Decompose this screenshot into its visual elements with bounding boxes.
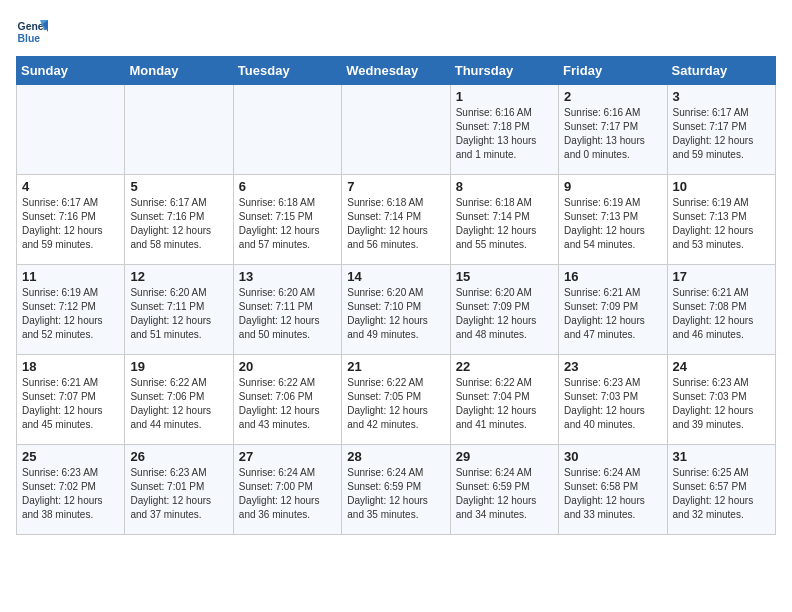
calendar-cell: 20Sunrise: 6:22 AM Sunset: 7:06 PM Dayli… <box>233 355 341 445</box>
day-number: 24 <box>673 359 770 374</box>
day-info: Sunrise: 6:22 AM Sunset: 7:06 PM Dayligh… <box>130 376 227 432</box>
calendar-cell: 4Sunrise: 6:17 AM Sunset: 7:16 PM Daylig… <box>17 175 125 265</box>
calendar-week-row: 4Sunrise: 6:17 AM Sunset: 7:16 PM Daylig… <box>17 175 776 265</box>
day-info: Sunrise: 6:19 AM Sunset: 7:13 PM Dayligh… <box>673 196 770 252</box>
day-info: Sunrise: 6:17 AM Sunset: 7:16 PM Dayligh… <box>22 196 119 252</box>
calendar-cell <box>342 85 450 175</box>
day-number: 28 <box>347 449 444 464</box>
day-info: Sunrise: 6:20 AM Sunset: 7:09 PM Dayligh… <box>456 286 553 342</box>
day-info: Sunrise: 6:23 AM Sunset: 7:02 PM Dayligh… <box>22 466 119 522</box>
day-info: Sunrise: 6:23 AM Sunset: 7:01 PM Dayligh… <box>130 466 227 522</box>
calendar-cell: 10Sunrise: 6:19 AM Sunset: 7:13 PM Dayli… <box>667 175 775 265</box>
weekday-header-tuesday: Tuesday <box>233 57 341 85</box>
day-info: Sunrise: 6:24 AM Sunset: 7:00 PM Dayligh… <box>239 466 336 522</box>
weekday-header-thursday: Thursday <box>450 57 558 85</box>
day-number: 21 <box>347 359 444 374</box>
day-info: Sunrise: 6:24 AM Sunset: 6:59 PM Dayligh… <box>456 466 553 522</box>
day-info: Sunrise: 6:22 AM Sunset: 7:06 PM Dayligh… <box>239 376 336 432</box>
day-info: Sunrise: 6:20 AM Sunset: 7:11 PM Dayligh… <box>130 286 227 342</box>
weekday-header-monday: Monday <box>125 57 233 85</box>
calendar-cell <box>125 85 233 175</box>
day-number: 30 <box>564 449 661 464</box>
day-info: Sunrise: 6:19 AM Sunset: 7:13 PM Dayligh… <box>564 196 661 252</box>
day-info: Sunrise: 6:16 AM Sunset: 7:18 PM Dayligh… <box>456 106 553 162</box>
day-info: Sunrise: 6:21 AM Sunset: 7:08 PM Dayligh… <box>673 286 770 342</box>
day-number: 22 <box>456 359 553 374</box>
logo-icon: General Blue <box>16 16 48 48</box>
day-info: Sunrise: 6:23 AM Sunset: 7:03 PM Dayligh… <box>673 376 770 432</box>
day-number: 9 <box>564 179 661 194</box>
day-info: Sunrise: 6:24 AM Sunset: 6:59 PM Dayligh… <box>347 466 444 522</box>
day-number: 2 <box>564 89 661 104</box>
day-info: Sunrise: 6:20 AM Sunset: 7:11 PM Dayligh… <box>239 286 336 342</box>
weekday-header-row: SundayMondayTuesdayWednesdayThursdayFrid… <box>17 57 776 85</box>
weekday-header-saturday: Saturday <box>667 57 775 85</box>
day-number: 7 <box>347 179 444 194</box>
calendar-cell: 21Sunrise: 6:22 AM Sunset: 7:05 PM Dayli… <box>342 355 450 445</box>
day-number: 5 <box>130 179 227 194</box>
calendar-cell: 17Sunrise: 6:21 AM Sunset: 7:08 PM Dayli… <box>667 265 775 355</box>
day-number: 1 <box>456 89 553 104</box>
calendar-table: SundayMondayTuesdayWednesdayThursdayFrid… <box>16 56 776 535</box>
calendar-cell: 26Sunrise: 6:23 AM Sunset: 7:01 PM Dayli… <box>125 445 233 535</box>
calendar-week-row: 18Sunrise: 6:21 AM Sunset: 7:07 PM Dayli… <box>17 355 776 445</box>
calendar-cell: 16Sunrise: 6:21 AM Sunset: 7:09 PM Dayli… <box>559 265 667 355</box>
day-number: 31 <box>673 449 770 464</box>
weekday-header-wednesday: Wednesday <box>342 57 450 85</box>
calendar-cell: 29Sunrise: 6:24 AM Sunset: 6:59 PM Dayli… <box>450 445 558 535</box>
calendar-week-row: 25Sunrise: 6:23 AM Sunset: 7:02 PM Dayli… <box>17 445 776 535</box>
day-info: Sunrise: 6:21 AM Sunset: 7:09 PM Dayligh… <box>564 286 661 342</box>
calendar-cell: 19Sunrise: 6:22 AM Sunset: 7:06 PM Dayli… <box>125 355 233 445</box>
day-number: 23 <box>564 359 661 374</box>
calendar-cell: 13Sunrise: 6:20 AM Sunset: 7:11 PM Dayli… <box>233 265 341 355</box>
day-number: 6 <box>239 179 336 194</box>
day-number: 17 <box>673 269 770 284</box>
calendar-cell: 3Sunrise: 6:17 AM Sunset: 7:17 PM Daylig… <box>667 85 775 175</box>
calendar-cell: 7Sunrise: 6:18 AM Sunset: 7:14 PM Daylig… <box>342 175 450 265</box>
day-number: 12 <box>130 269 227 284</box>
day-info: Sunrise: 6:19 AM Sunset: 7:12 PM Dayligh… <box>22 286 119 342</box>
calendar-cell: 24Sunrise: 6:23 AM Sunset: 7:03 PM Dayli… <box>667 355 775 445</box>
svg-text:Blue: Blue <box>18 33 41 44</box>
calendar-cell: 9Sunrise: 6:19 AM Sunset: 7:13 PM Daylig… <box>559 175 667 265</box>
day-info: Sunrise: 6:22 AM Sunset: 7:05 PM Dayligh… <box>347 376 444 432</box>
day-info: Sunrise: 6:20 AM Sunset: 7:10 PM Dayligh… <box>347 286 444 342</box>
calendar-cell: 14Sunrise: 6:20 AM Sunset: 7:10 PM Dayli… <box>342 265 450 355</box>
page-header: General Blue <box>16 16 776 48</box>
calendar-cell: 31Sunrise: 6:25 AM Sunset: 6:57 PM Dayli… <box>667 445 775 535</box>
day-number: 27 <box>239 449 336 464</box>
day-info: Sunrise: 6:24 AM Sunset: 6:58 PM Dayligh… <box>564 466 661 522</box>
calendar-cell: 22Sunrise: 6:22 AM Sunset: 7:04 PM Dayli… <box>450 355 558 445</box>
day-info: Sunrise: 6:18 AM Sunset: 7:15 PM Dayligh… <box>239 196 336 252</box>
day-number: 25 <box>22 449 119 464</box>
calendar-cell: 8Sunrise: 6:18 AM Sunset: 7:14 PM Daylig… <box>450 175 558 265</box>
weekday-header-sunday: Sunday <box>17 57 125 85</box>
calendar-cell: 15Sunrise: 6:20 AM Sunset: 7:09 PM Dayli… <box>450 265 558 355</box>
day-info: Sunrise: 6:16 AM Sunset: 7:17 PM Dayligh… <box>564 106 661 162</box>
weekday-header-friday: Friday <box>559 57 667 85</box>
day-number: 13 <box>239 269 336 284</box>
calendar-cell: 18Sunrise: 6:21 AM Sunset: 7:07 PM Dayli… <box>17 355 125 445</box>
day-number: 15 <box>456 269 553 284</box>
calendar-cell <box>233 85 341 175</box>
day-number: 10 <box>673 179 770 194</box>
day-number: 3 <box>673 89 770 104</box>
day-info: Sunrise: 6:25 AM Sunset: 6:57 PM Dayligh… <box>673 466 770 522</box>
calendar-week-row: 11Sunrise: 6:19 AM Sunset: 7:12 PM Dayli… <box>17 265 776 355</box>
day-info: Sunrise: 6:17 AM Sunset: 7:16 PM Dayligh… <box>130 196 227 252</box>
day-number: 20 <box>239 359 336 374</box>
calendar-cell: 5Sunrise: 6:17 AM Sunset: 7:16 PM Daylig… <box>125 175 233 265</box>
day-number: 8 <box>456 179 553 194</box>
day-number: 14 <box>347 269 444 284</box>
calendar-cell: 27Sunrise: 6:24 AM Sunset: 7:00 PM Dayli… <box>233 445 341 535</box>
calendar-cell: 28Sunrise: 6:24 AM Sunset: 6:59 PM Dayli… <box>342 445 450 535</box>
calendar-cell: 12Sunrise: 6:20 AM Sunset: 7:11 PM Dayli… <box>125 265 233 355</box>
calendar-cell: 2Sunrise: 6:16 AM Sunset: 7:17 PM Daylig… <box>559 85 667 175</box>
day-number: 18 <box>22 359 119 374</box>
calendar-week-row: 1Sunrise: 6:16 AM Sunset: 7:18 PM Daylig… <box>17 85 776 175</box>
day-number: 19 <box>130 359 227 374</box>
day-number: 26 <box>130 449 227 464</box>
calendar-cell: 30Sunrise: 6:24 AM Sunset: 6:58 PM Dayli… <box>559 445 667 535</box>
calendar-cell: 6Sunrise: 6:18 AM Sunset: 7:15 PM Daylig… <box>233 175 341 265</box>
day-number: 4 <box>22 179 119 194</box>
